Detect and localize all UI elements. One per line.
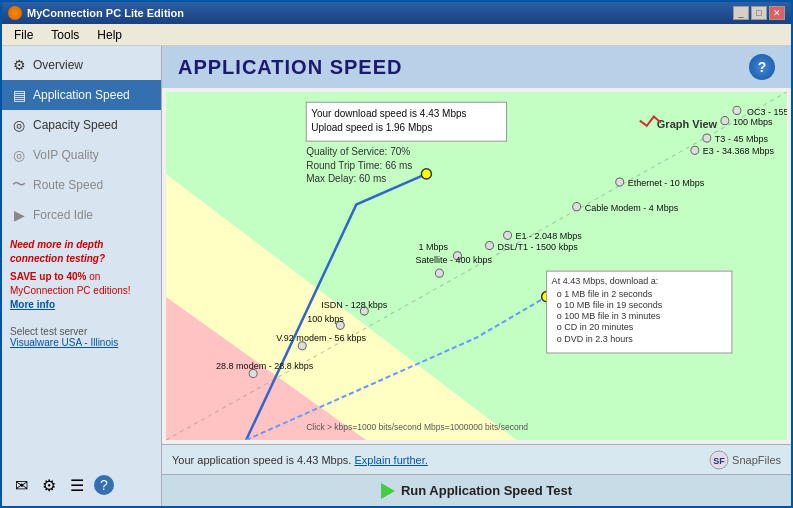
snapfiles-icon: SF <box>709 450 729 470</box>
sidebar-label-forced-idle: Forced Idle <box>33 208 93 222</box>
svg-text:SF: SF <box>713 456 725 466</box>
svg-text:Upload speed is 1.96 Mbps: Upload speed is 1.96 Mbps <box>311 122 432 133</box>
menu-help[interactable]: Help <box>89 26 130 44</box>
snapfiles-text: SnapFiles <box>732 454 781 466</box>
app-icon <box>8 6 22 20</box>
app-window: MyConnection PC Lite Edition _ □ ✕ File … <box>0 0 793 508</box>
svg-text:E3 - 34.368 Mbps: E3 - 34.368 Mbps <box>703 146 775 156</box>
title-bar: MyConnection PC Lite Edition _ □ ✕ <box>2 2 791 24</box>
svg-text:Click > kbps=1000 bits/second : Click > kbps=1000 bits/second Mbps=10000… <box>306 422 528 432</box>
more-info-link[interactable]: More info <box>10 299 55 310</box>
svg-text:100 kbps: 100 kbps <box>307 314 344 324</box>
maximize-button[interactable]: □ <box>751 6 767 20</box>
voip-quality-icon: ◎ <box>10 146 28 164</box>
sidebar-item-capacity-speed[interactable]: ◎ Capacity Speed <box>2 110 161 140</box>
sidebar-item-route-speed: 〜 Route Speed <box>2 170 161 200</box>
promo-box: Need more in depth connection testing? S… <box>10 238 153 312</box>
settings-icon[interactable]: ⚙ <box>38 474 60 496</box>
list-icon[interactable]: ☰ <box>66 474 88 496</box>
sidebar-item-forced-idle: ▶ Forced Idle <box>2 200 161 230</box>
email-icon[interactable]: ✉ <box>10 474 32 496</box>
speed-result-text: Your application speed is 4.43 Mbps. <box>172 454 351 466</box>
server-select-label: Select test server <box>10 326 153 337</box>
svg-text:o  DVD in 2.3 hours: o DVD in 2.3 hours <box>557 334 634 344</box>
svg-text:Graph View: Graph View <box>657 118 718 130</box>
svg-point-4 <box>421 169 431 179</box>
server-select: Select test server Visualware USA - Illi… <box>10 326 153 348</box>
svg-text:Cable Modem - 4 Mbps: Cable Modem - 4 Mbps <box>585 203 679 213</box>
svg-text:28.8 modem - 28.8 kbps: 28.8 modem - 28.8 kbps <box>216 361 314 371</box>
sidebar-label-route-speed: Route Speed <box>33 178 103 192</box>
speed-chart: OC3 - 155 Mbps 100 Mbps T3 - 45 Mbps E3 … <box>166 92 787 440</box>
svg-point-13 <box>486 241 494 249</box>
run-bar: Run Application Speed Test <box>162 474 791 506</box>
svg-text:o  1 MB file in 2 seconds: o 1 MB file in 2 seconds <box>557 289 653 299</box>
sidebar-item-application-speed[interactable]: ▤ Application Speed <box>2 80 161 110</box>
menu-bar: File Tools Help <box>2 24 791 46</box>
title-bar-controls: _ □ ✕ <box>733 6 785 20</box>
title-bar-left: MyConnection PC Lite Edition <box>8 6 184 20</box>
svg-text:V.92 modem - 56 kbps: V.92 modem - 56 kbps <box>276 333 366 343</box>
help-button[interactable]: ? <box>749 54 775 80</box>
promo-save-text: SAVE up to 40% on MyConnection PC editio… <box>10 271 131 296</box>
promo-save: SAVE up to 40% on MyConnection PC editio… <box>10 270 153 312</box>
menu-tools[interactable]: Tools <box>43 26 87 44</box>
svg-text:At 4.43 Mbps, download a:: At 4.43 Mbps, download a: <box>552 276 659 286</box>
svg-text:Max Delay: 60 ms: Max Delay: 60 ms <box>306 173 386 184</box>
sidebar-item-voip-quality: ◎ VoIP Quality <box>2 140 161 170</box>
svg-point-18 <box>298 342 306 350</box>
svg-text:Round Trip Time: 66 ms: Round Trip Time: 66 ms <box>306 160 412 171</box>
svg-text:o  10 MB file in 19 seconds: o 10 MB file in 19 seconds <box>557 300 663 310</box>
svg-text:E1 - 2.048 Mbps: E1 - 2.048 Mbps <box>516 231 583 241</box>
explain-further-link[interactable]: Explain further. <box>354 454 427 466</box>
run-button-label: Run Application Speed Test <box>401 483 572 498</box>
status-bar: Your application speed is 4.43 Mbps. Exp… <box>162 444 791 474</box>
run-arrow-icon <box>381 483 395 499</box>
sidebar-label-application-speed: Application Speed <box>33 88 130 102</box>
menu-file[interactable]: File <box>6 26 41 44</box>
forced-idle-icon: ▶ <box>10 206 28 224</box>
sidebar: ⚙ Overview ▤ Application Speed ◎ Capacit… <box>2 46 162 506</box>
svg-text:100 Mbps: 100 Mbps <box>733 117 773 127</box>
sidebar-label-overview: Overview <box>33 58 83 72</box>
sidebar-item-overview[interactable]: ⚙ Overview <box>2 50 161 80</box>
svg-point-10 <box>616 178 624 186</box>
svg-point-9 <box>691 146 699 154</box>
capacity-speed-icon: ◎ <box>10 116 28 134</box>
chart-container: OC3 - 155 Mbps 100 Mbps T3 - 45 Mbps E3 … <box>166 92 787 440</box>
content-area: APPLICATION SPEED ? <box>162 46 791 506</box>
svg-text:Quality of Service: 70%: Quality of Service: 70% <box>306 146 410 157</box>
server-link[interactable]: Visualware USA - Illinois <box>10 337 118 348</box>
svg-text:ISDN - 128 kbps: ISDN - 128 kbps <box>321 300 388 310</box>
promo-heading: Need more in depth connection testing? <box>10 238 153 266</box>
window-title: MyConnection PC Lite Edition <box>27 7 184 19</box>
sidebar-label-voip-quality: VoIP Quality <box>33 148 99 162</box>
svg-text:o  100 MB file in 3 minutes: o 100 MB file in 3 minutes <box>557 311 661 321</box>
svg-text:Your download speed is 4.43 Mb: Your download speed is 4.43 Mbps <box>311 107 466 118</box>
svg-point-6 <box>733 106 741 114</box>
page-title: APPLICATION SPEED <box>178 56 402 79</box>
svg-point-7 <box>721 117 729 125</box>
close-button[interactable]: ✕ <box>769 6 785 20</box>
bottom-icons: ✉ ⚙ ☰ ? <box>2 468 161 502</box>
minimize-button[interactable]: _ <box>733 6 749 20</box>
overview-icon: ⚙ <box>10 56 28 74</box>
main-content: ⚙ Overview ▤ Application Speed ◎ Capacit… <box>2 46 791 506</box>
snapfiles-logo: SF SnapFiles <box>709 450 781 470</box>
svg-text:DSL/T1 - 1500 kbps: DSL/T1 - 1500 kbps <box>498 242 579 252</box>
help-sidebar-icon[interactable]: ? <box>94 475 114 495</box>
svg-point-11 <box>573 203 581 211</box>
route-speed-icon: 〜 <box>10 176 28 194</box>
run-test-button[interactable]: Run Application Speed Test <box>381 483 572 499</box>
svg-point-15 <box>435 269 443 277</box>
application-speed-icon: ▤ <box>10 86 28 104</box>
svg-text:OC3 - 155 Mbps: OC3 - 155 Mbps <box>747 106 787 116</box>
svg-text:1 Mbps: 1 Mbps <box>418 242 448 252</box>
svg-text:Satellite - 400 kbps: Satellite - 400 kbps <box>415 255 492 265</box>
sidebar-label-capacity-speed: Capacity Speed <box>33 118 118 132</box>
svg-text:Ethernet - 10 Mbps: Ethernet - 10 Mbps <box>628 178 705 188</box>
svg-text:o  CD in 20 minutes: o CD in 20 minutes <box>557 322 634 332</box>
svg-point-8 <box>703 134 711 142</box>
status-text: Your application speed is 4.43 Mbps. Exp… <box>172 454 428 466</box>
content-header: APPLICATION SPEED ? <box>162 46 791 88</box>
